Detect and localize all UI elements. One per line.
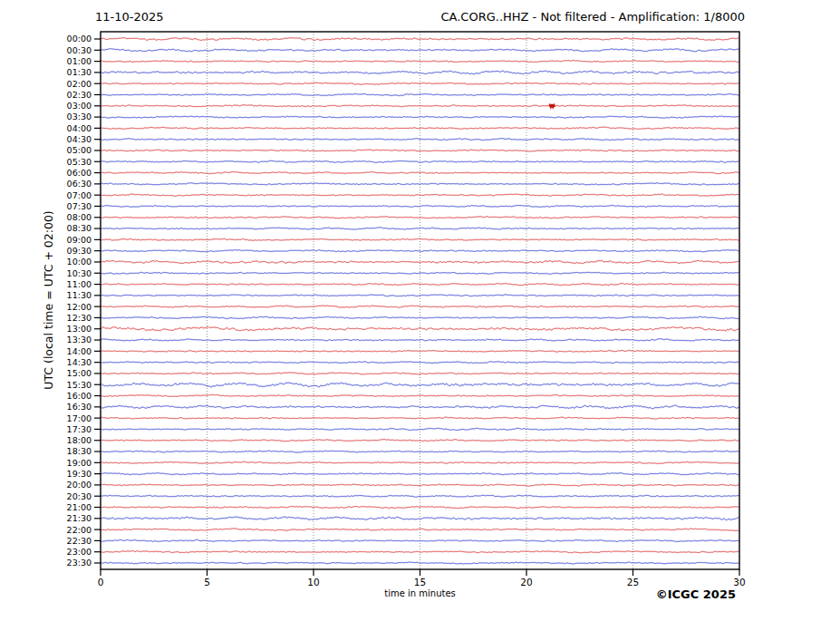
row-label-06:00: 06:00 [67, 168, 92, 178]
row-label-05:30: 05:30 [67, 157, 92, 167]
row-label-12:30: 12:30 [67, 313, 92, 323]
row-label-16:00: 16:00 [67, 391, 92, 401]
row-label-22:00: 22:00 [67, 525, 92, 535]
x-axis-label: time in minutes [101, 588, 739, 598]
row-label-13:30: 13:30 [67, 335, 92, 345]
helicorder-plot: 00:0000:3001:0001:3002:0002:3003:0003:30… [0, 0, 840, 631]
row-label-00:30: 00:30 [67, 45, 92, 55]
row-label-01:00: 01:00 [67, 56, 92, 66]
copyright-label: ©ICGC 2025 [656, 587, 736, 601]
row-label-23:00: 23:00 [67, 547, 92, 557]
x-tick-label-20: 20 [520, 577, 532, 587]
row-label-03:00: 03:00 [67, 101, 92, 111]
row-label-15:30: 15:30 [67, 380, 92, 390]
row-label-09:30: 09:30 [67, 246, 92, 256]
row-label-06:30: 06:30 [67, 179, 92, 189]
trace-16:30 [101, 405, 739, 409]
row-label-09:00: 09:00 [67, 235, 92, 245]
row-label-07:30: 07:30 [67, 201, 92, 211]
row-label-04:30: 04:30 [67, 134, 92, 144]
row-label-20:00: 20:00 [67, 480, 92, 490]
row-label-22:30: 22:30 [67, 536, 92, 546]
row-label-02:00: 02:00 [67, 79, 92, 89]
row-label-14:30: 14:30 [67, 357, 92, 367]
x-tick-label-30: 30 [733, 577, 745, 587]
row-label-15:00: 15:00 [67, 368, 92, 378]
row-label-13:00: 13:00 [67, 324, 92, 334]
row-label-21:30: 21:30 [67, 513, 92, 523]
row-label-16:30: 16:30 [67, 402, 92, 412]
row-label-03:30: 03:30 [67, 112, 92, 121]
seismogram-page: 11-10-2025 CA.CORG..HHZ - Not filtered -… [0, 0, 840, 631]
x-tick-label-10: 10 [307, 577, 319, 587]
row-label-20:30: 20:30 [67, 491, 92, 501]
event-burst-03:00 [549, 104, 555, 108]
row-label-14:00: 14:00 [67, 346, 92, 356]
x-tick-label-0: 0 [98, 577, 104, 587]
row-label-19:30: 19:30 [67, 469, 92, 479]
row-label-08:00: 08:00 [67, 212, 92, 222]
row-label-11:30: 11:30 [67, 290, 92, 300]
row-label-08:30: 08:30 [67, 223, 92, 233]
row-label-17:00: 17:00 [67, 413, 92, 423]
row-label-18:00: 18:00 [67, 435, 92, 445]
row-label-11:00: 11:00 [67, 279, 92, 289]
row-label-17:30: 17:30 [67, 424, 92, 434]
row-label-19:00: 19:00 [67, 458, 92, 468]
x-tick-label-15: 15 [414, 577, 426, 587]
row-label-18:30: 18:30 [67, 446, 92, 456]
row-label-04:00: 04:00 [67, 123, 92, 133]
row-label-21:00: 21:00 [67, 502, 92, 512]
row-label-01:30: 01:30 [67, 67, 92, 77]
row-label-02:30: 02:30 [67, 90, 92, 100]
row-label-12:00: 12:00 [67, 302, 92, 312]
row-label-00:00: 00:00 [67, 34, 92, 44]
row-label-05:00: 05:00 [67, 145, 92, 155]
row-label-10:00: 10:00 [67, 257, 92, 267]
row-label-07:00: 07:00 [67, 190, 92, 200]
x-tick-label-25: 25 [627, 577, 639, 587]
row-label-23:30: 23:30 [67, 558, 92, 568]
x-tick-label-5: 5 [204, 577, 210, 587]
row-label-10:30: 10:30 [67, 268, 92, 278]
